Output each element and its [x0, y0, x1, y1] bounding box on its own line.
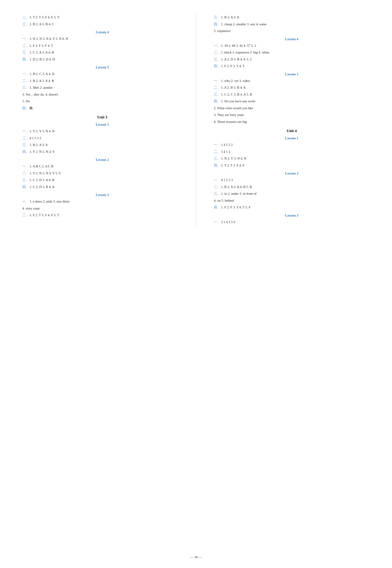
lesson-heading: Lesson 4 — [210, 37, 374, 41]
line-content: 5. expensive — [214, 28, 231, 34]
line-prefix: 四、 — [22, 184, 29, 190]
answer-line: 5. Do — [22, 98, 187, 104]
answer-line: 二、1. B 2. A 3. A 4. B 5. B — [214, 184, 374, 190]
line-content: 1. D 2. B 3. D 4. D — [29, 57, 55, 62]
line-content: 1. 39 2. 68 3. 42 4. 57 5. 2 — [221, 43, 256, 49]
line-prefix: 三、 — [22, 85, 29, 91]
answer-line: 2. What color would you like — [214, 105, 374, 111]
answer-line: 4. Those trousers are big — [214, 119, 374, 125]
answer-line: 四、略 — [22, 105, 187, 111]
answer-line: 三、1. N 2. Y 3. N 4. N — [214, 156, 374, 162]
left-column: 二、1. T 2. T 3. F 4. F 5. T三、1. B 2. A 3.… — [18, 14, 196, 226]
line-content: 3. Yes，they do. 4. doesn't — [22, 92, 58, 98]
line-content: 3 4 1 2 — [221, 149, 230, 155]
line-prefix: 四、 — [22, 149, 29, 155]
line-content: 4 1 5 2 3 — [221, 177, 233, 183]
answer-line: 二、4 1 5 3 2 — [22, 135, 187, 141]
line-prefix: 一、 — [214, 78, 221, 84]
answer-line: 3. They are forty yuan — [214, 112, 374, 118]
page-number: — 34 — — [0, 555, 392, 559]
lesson-heading: Lesson 3 — [210, 213, 374, 218]
answer-line: 二、1. Y 2. N 3. N 4. Y 5. Y — [22, 171, 187, 176]
line-content: 1. black 2. expensive 3. big 4. white — [221, 50, 269, 56]
answer-line: 二、3 4 1 2 — [214, 149, 374, 155]
answer-line: 三、1. B 2. A 3. B 4. C — [22, 21, 187, 27]
line-content: 2. What color would you like — [214, 105, 253, 111]
line-prefix: 一、 — [214, 177, 221, 183]
line-prefix: 一、 — [214, 142, 221, 148]
section-heading: Unit 4 — [210, 129, 374, 133]
lesson-heading: Lesson 3 — [18, 193, 187, 197]
line-prefix: 二、 — [22, 43, 29, 49]
line-prefix: 二、 — [22, 78, 29, 84]
answer-line: 三、1. A 2. D 3. B 4. E 5. C — [214, 57, 374, 62]
answer-line: 三、1. C 2. C 3. B 4. A 5. B — [214, 92, 374, 98]
line-content: 4 1 5 3 2 — [29, 135, 41, 141]
answer-line: 三、1. likes 2. pandas — [22, 85, 187, 91]
answer-line: 三、1. in 2. under 3. in front of — [214, 191, 374, 197]
line-prefix: 二、 — [22, 135, 29, 141]
answer-line: 一、1. N 2. N 3. N 4. Y 5. N 6. N — [22, 36, 187, 42]
line-prefix: 二、 — [214, 184, 221, 190]
lesson-heading: Lesson 1 — [210, 136, 374, 140]
answer-line: 一、1. Y 2. Y 3. N 4. N — [22, 128, 187, 134]
answer-line: 三、1. C 2. A 3. A 4. B — [22, 50, 187, 56]
page: 二、1. T 2. T 3. F 4. F 5. T三、1. B 2. A 3.… — [0, 0, 392, 568]
line-content: 5. Do — [22, 98, 30, 104]
line-content: 1. likes 2. pandas — [29, 85, 53, 91]
line-content: 1. B 2. A 3. A — [29, 142, 48, 148]
line-content: 1. B 2. A 3. A 4. B 5. B — [221, 184, 252, 190]
line-prefix: 二、 — [22, 15, 29, 20]
line-content: 1. C 2. D 3. A 4. B — [29, 177, 54, 183]
line-content: 3 1 4 2 5 6 — [221, 219, 235, 225]
section-heading: Unit 3 — [18, 115, 187, 120]
line-prefix: 二、 — [214, 85, 221, 91]
answer-line: 四、1. Y 2. N 3. N 4. Y — [22, 149, 187, 155]
answer-line: 三、1. C 2. D 3. A 4. B — [22, 177, 187, 183]
line-prefix: 三、 — [214, 156, 221, 162]
line-prefix: 三、 — [22, 142, 29, 148]
lesson-heading: Lesson 5 — [18, 65, 187, 69]
line-content: 1. T 2. T 3. F 4. F 5. T — [29, 15, 59, 20]
line-prefix: 一、 — [22, 71, 29, 77]
line-content: 1. B 2. A 3. A 4. B — [29, 78, 54, 84]
line-content: 1. F 2. F 3. F 4. T — [29, 43, 53, 49]
line-content: 3. They are forty yuan — [214, 112, 244, 118]
line-content: 略 — [29, 105, 33, 111]
answer-line: 四、1. F 2. F 3. T 4. T 5. F — [214, 205, 374, 210]
answer-line: 一、1. who 2. vet 3. video — [214, 78, 374, 84]
lesson-heading: Lesson 2 — [210, 171, 374, 176]
line-prefix: 三、 — [22, 50, 29, 56]
line-content: 1. A B C 2. A C B — [29, 164, 53, 169]
line-content: 1. N 2. N 3. N 4. Y 5. N 6. N — [29, 36, 68, 42]
line-prefix: 三、 — [214, 15, 221, 20]
line-prefix: 一、 — [22, 36, 29, 42]
line-prefix: 三、 — [214, 191, 221, 197]
line-prefix: 四、 — [214, 98, 221, 104]
line-content: 4. on 5. behind — [214, 198, 234, 204]
line-prefix: 三、 — [22, 21, 29, 27]
right-column: 三、1. B 2. A 3. A四、1. cheap 2. smaller 3.… — [196, 14, 374, 226]
answer-line: 四、1. F 2. F 3. T 4. T — [214, 63, 374, 69]
answer-line: 二、1. B 2. A 3. A 4. B — [22, 78, 187, 84]
line-content: 1. C 2. D 3. B 4. A — [29, 184, 55, 190]
line-prefix: 二、 — [22, 171, 29, 176]
answer-line: 4. on 5. behind — [214, 198, 374, 204]
line-content: 1. F 2. T 3. F 4. F 5. T — [29, 212, 59, 218]
line-prefix: 四、 — [214, 63, 221, 69]
answer-line: 四、1. T 2. T 3. F 4. F — [214, 163, 374, 168]
line-prefix: 二、 — [22, 212, 29, 218]
answer-line: 二、1. A 2. B 3. B 4. A — [214, 85, 374, 91]
line-content: 1. B 2. A 3. A — [221, 15, 239, 20]
line-prefix: 一、 — [22, 164, 29, 169]
line-prefix: 二、 — [214, 50, 221, 56]
line-prefix: 一、 — [22, 128, 29, 134]
answer-line: 一、1 4 5 3 2 — [214, 142, 374, 148]
line-prefix: 四、 — [22, 57, 29, 62]
answer-line: 三、1. B 2. A 3. A — [214, 15, 374, 20]
line-content: 1. N 2. Y 3. N 4. N — [221, 156, 246, 162]
line-content: 1. cheap 2. smaller 3. any 4. some — [221, 21, 267, 27]
line-content: 1. Do you have any socks — [221, 98, 255, 104]
line-prefix: 三、 — [214, 92, 221, 98]
answer-line: 二、1. F 2. F 3. F 4. T — [22, 43, 187, 49]
